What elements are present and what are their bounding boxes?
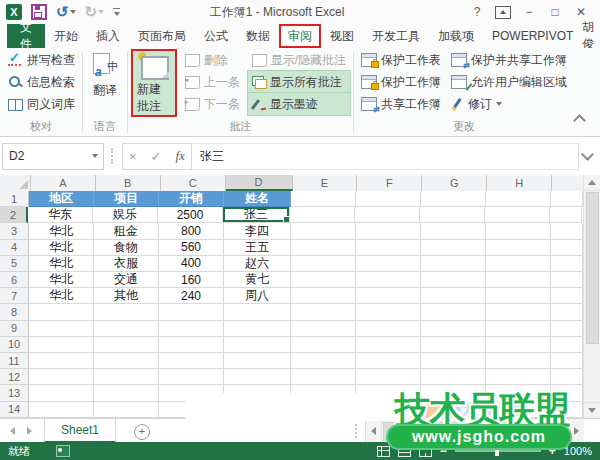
cell-I6[interactable] — [551, 272, 583, 288]
tab-file[interactable]: 文件 — [7, 24, 45, 48]
customize-qat-button[interactable] — [113, 8, 120, 16]
tab-开发工具[interactable]: 开发工具 — [363, 24, 429, 48]
cell-I11[interactable] — [551, 353, 583, 369]
cell-F7[interactable] — [356, 288, 421, 304]
cell-F4[interactable] — [356, 240, 421, 256]
thesaurus-button[interactable]: 同义词库 — [3, 93, 79, 115]
sheet-tab-Sheet1[interactable]: Sheet1 — [44, 419, 116, 443]
zoom-slider[interactable] — [455, 450, 541, 452]
cell-B9[interactable] — [94, 321, 159, 337]
cell-B3[interactable]: 租金 — [94, 223, 159, 239]
protect-share-workbook-button[interactable]: ⇄保护并共享工作簿 — [447, 49, 571, 71]
undo-button[interactable]: ↺ — [56, 5, 76, 19]
cell-G8[interactable] — [421, 304, 486, 320]
cell-G7[interactable] — [421, 288, 486, 304]
cell-I1[interactable] — [551, 191, 583, 207]
cell-A11[interactable] — [29, 353, 94, 369]
ribbon-display-options-button[interactable] — [490, 2, 516, 22]
previous-sheet-button[interactable] — [10, 427, 15, 435]
cell-D3[interactable]: 李四 — [224, 223, 291, 239]
cell-D11[interactable] — [224, 353, 291, 369]
maximize-button[interactable]: □ — [542, 2, 568, 22]
previous-comment-button[interactable]: ◂上一条 — [181, 71, 244, 93]
tab-页面布局[interactable]: 页面布局 — [129, 24, 195, 48]
show-hide-comment-button[interactable]: 显示/隐藏批注 — [248, 49, 350, 71]
column-header-H[interactable]: H — [487, 175, 552, 191]
cell-D5[interactable]: 赵六 — [224, 256, 291, 272]
share-workbook-button[interactable]: ⇄共享工作簿 — [357, 93, 445, 115]
cell-G12[interactable] — [421, 369, 486, 385]
cell-C10[interactable] — [159, 337, 224, 353]
collapse-ribbon-button[interactable] — [573, 114, 586, 127]
cell-B13[interactable] — [94, 385, 159, 401]
cell-I9[interactable] — [551, 321, 583, 337]
cell-D12[interactable] — [224, 369, 291, 385]
cell-A3[interactable]: 华北 — [29, 223, 94, 239]
cell-H7[interactable] — [486, 288, 551, 304]
cell-I10[interactable] — [551, 337, 583, 353]
cell-E12[interactable] — [291, 369, 356, 385]
cell-A14[interactable] — [29, 402, 94, 418]
cell-G10[interactable] — [421, 337, 486, 353]
next-sheet-button[interactable] — [27, 427, 32, 435]
cell-E10[interactable] — [291, 337, 356, 353]
cell-B10[interactable] — [94, 337, 159, 353]
cell-G3[interactable] — [421, 223, 486, 239]
cell-D9[interactable] — [224, 321, 291, 337]
cell-C11[interactable] — [159, 353, 224, 369]
cell-C7[interactable]: 240 — [159, 288, 224, 304]
translate-button[interactable]: a中 翻译 — [86, 49, 124, 99]
cell-F5[interactable] — [356, 256, 421, 272]
cell-B14[interactable] — [94, 402, 159, 418]
cell-E2[interactable] — [290, 207, 355, 223]
cell-B12[interactable] — [94, 369, 159, 385]
cell-F2[interactable] — [355, 207, 420, 223]
redo-button[interactable]: ↻ — [85, 5, 105, 19]
scroll-up-button[interactable] — [584, 175, 600, 191]
cell-F8[interactable] — [356, 304, 421, 320]
cell-B6[interactable]: 交通 — [94, 272, 159, 288]
cell-A9[interactable] — [29, 321, 94, 337]
cell-G6[interactable] — [421, 272, 486, 288]
cell-B2[interactable]: 娱乐 — [93, 207, 158, 223]
cell-I3[interactable] — [551, 223, 583, 239]
cell-G4[interactable] — [421, 240, 486, 256]
row-header-9[interactable]: 9 — [0, 321, 29, 337]
column-header-E[interactable]: E — [293, 175, 358, 191]
row-header-6[interactable]: 6 — [0, 272, 29, 288]
cell-F1[interactable] — [356, 191, 421, 207]
cell-D4[interactable]: 王五 — [224, 240, 291, 256]
expand-formula-bar-button[interactable] — [581, 148, 594, 161]
cell-A6[interactable]: 华北 — [29, 272, 94, 288]
show-all-comments-button[interactable]: 显示所有批注 — [248, 71, 350, 93]
spell-check-button[interactable]: 拼写检查 — [3, 49, 79, 71]
select-all-corner[interactable] — [0, 175, 31, 191]
cell-H4[interactable] — [486, 240, 551, 256]
cell-I4[interactable] — [551, 240, 583, 256]
cell-C8[interactable] — [159, 304, 224, 320]
cell-B5[interactable]: 衣服 — [94, 256, 159, 272]
row-header-1[interactable]: 1 — [0, 191, 29, 207]
cell-F3[interactable] — [356, 223, 421, 239]
add-sheet-button[interactable]: + — [134, 424, 150, 440]
cell-G11[interactable] — [421, 353, 486, 369]
cell-B1[interactable]: 项目 — [94, 191, 159, 207]
allow-edit-ranges-button[interactable]: 允许用户编辑区域 — [447, 71, 571, 93]
cell-C5[interactable]: 400 — [159, 256, 224, 272]
cell-F11[interactable] — [356, 353, 421, 369]
cell-E3[interactable] — [291, 223, 356, 239]
insert-function-button[interactable]: fx — [176, 148, 185, 164]
cell-G5[interactable] — [421, 256, 486, 272]
save-button[interactable] — [31, 4, 47, 20]
cell-E5[interactable] — [291, 256, 356, 272]
cell-B4[interactable]: 食物 — [94, 240, 159, 256]
tab-加载项[interactable]: 加载项 — [429, 24, 483, 48]
cell-E4[interactable] — [291, 240, 356, 256]
cell-F10[interactable] — [356, 337, 421, 353]
column-header-G[interactable]: G — [422, 175, 487, 191]
next-comment-button[interactable]: ▸下一条 — [181, 93, 244, 115]
row-header-13[interactable]: 13 — [0, 385, 29, 401]
cell-B8[interactable] — [94, 304, 159, 320]
cell-H2[interactable] — [485, 207, 550, 223]
cell-A8[interactable] — [29, 304, 94, 320]
